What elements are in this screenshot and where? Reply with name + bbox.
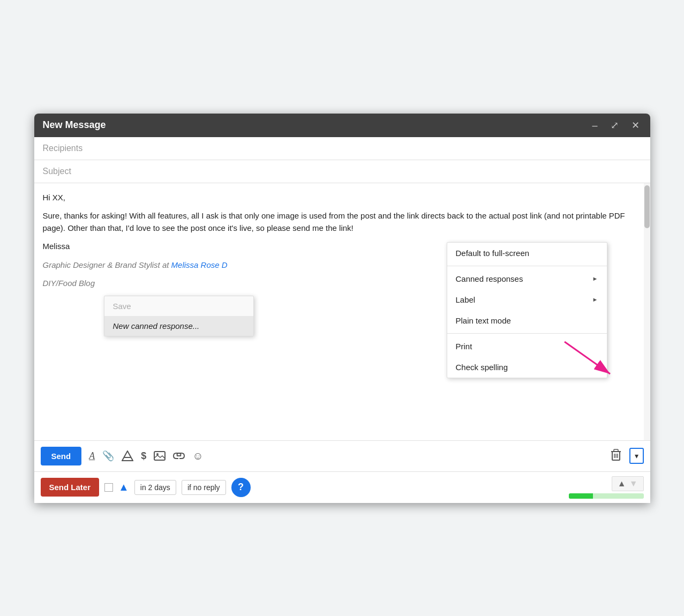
emoji-icon[interactable]: ☺ — [192, 450, 203, 462]
menu-divider-1 — [447, 266, 607, 266]
main-context-menu: Default to full-screen Canned responses … — [447, 242, 607, 378]
greeting: Hi XX, — [43, 192, 642, 204]
more-options-button[interactable]: ▾ — [629, 448, 644, 464]
menu-item-plaintext[interactable]: Plain text mode — [447, 310, 607, 331]
canned-submenu: Save New canned response... — [104, 296, 254, 336]
delete-button[interactable] — [610, 448, 622, 464]
progress-down-icon[interactable]: ▼ — [629, 479, 638, 489]
schedule-if-pill[interactable]: if no reply — [182, 480, 226, 495]
format-text-icon[interactable]: A — [89, 450, 95, 462]
titlebar: New Message – ⤢ ✕ — [34, 114, 650, 137]
help-button[interactable]: ? — [231, 478, 251, 497]
canned-new-item[interactable]: New canned response... — [104, 316, 253, 336]
subject-row[interactable]: Subject — [34, 160, 650, 183]
canned-save-item[interactable]: Save — [104, 296, 253, 316]
compose-window: New Message – ⤢ ✕ Recipients Subject Hi … — [34, 114, 650, 503]
minimize-button[interactable]: – — [590, 119, 599, 131]
subject-field[interactable]: Subject — [43, 167, 71, 176]
send-later-button[interactable]: Send Later — [41, 478, 100, 497]
progress-area: ▲ ▼ — [569, 476, 644, 499]
svg-rect-4 — [154, 452, 165, 460]
canned-arrow-icon: ► — [592, 275, 598, 282]
signature-link[interactable]: Melissa Rose D — [171, 260, 228, 269]
menu-item-spellcheck[interactable]: Check spelling — [447, 357, 607, 378]
body-paragraph: Sure, thanks for asking! With all featur… — [43, 210, 642, 234]
bottom-bar: Send Later ▲ in 2 days if no reply ? ▲ ▼ — [34, 471, 650, 503]
menu-divider-2 — [447, 333, 607, 334]
titlebar-controls: – ⤢ ✕ — [590, 119, 641, 131]
toolbar: Send A 📎 $ ☺ — [34, 440, 650, 471]
menu-item-fullscreen[interactable]: Default to full-screen — [447, 243, 607, 264]
menu-item-canned[interactable]: Canned responses ► — [447, 268, 607, 289]
attach-icon[interactable]: 📎 — [102, 450, 114, 462]
progress-bar-filled — [569, 493, 593, 499]
menu-item-label[interactable]: Label ► — [447, 289, 607, 310]
progress-bar — [569, 493, 644, 499]
body-wrapper: Hi XX, Sure, thanks for asking! With all… — [34, 183, 650, 440]
compose-title: New Message — [43, 119, 106, 131]
image-icon[interactable] — [154, 451, 166, 461]
label-arrow-icon: ► — [592, 296, 598, 303]
progress-arrows[interactable]: ▲ ▼ — [612, 476, 644, 491]
close-button[interactable]: ✕ — [629, 119, 642, 131]
scrollbar-thumb — [644, 185, 650, 228]
svg-rect-12 — [614, 449, 618, 452]
recipients-row[interactable]: Recipients — [34, 137, 650, 160]
progress-up-icon[interactable]: ▲ — [618, 479, 626, 489]
recipients-field[interactable]: Recipients — [43, 144, 83, 153]
schedule-in-pill[interactable]: in 2 days — [134, 480, 176, 495]
scrollbar[interactable] — [644, 183, 650, 440]
drive-icon[interactable] — [122, 450, 133, 461]
svg-marker-2 — [122, 451, 133, 461]
schedule-chevron-icon[interactable]: ▲ — [118, 481, 129, 493]
menu-item-print[interactable]: Print — [447, 336, 607, 357]
schedule-checkbox[interactable] — [104, 483, 113, 492]
send-button[interactable]: Send — [41, 447, 82, 465]
chevron-down-icon: ▾ — [635, 452, 638, 460]
maximize-button[interactable]: ⤢ — [608, 119, 621, 131]
dollar-icon[interactable]: $ — [141, 450, 146, 462]
link-icon[interactable] — [173, 453, 185, 459]
